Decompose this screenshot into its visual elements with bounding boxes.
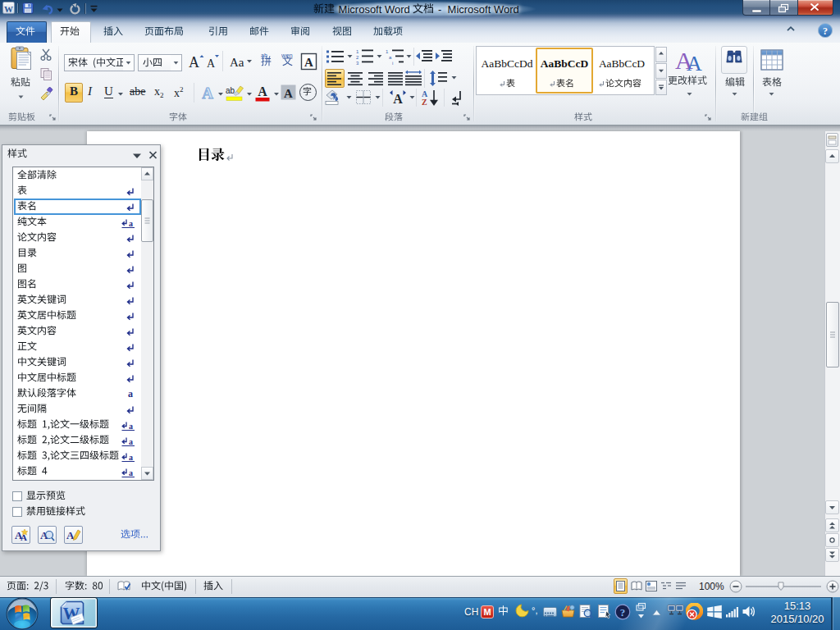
svg-text:a: a bbox=[389, 55, 392, 60]
svg-text:A: A bbox=[304, 56, 313, 69]
svg-text:1: 1 bbox=[356, 49, 359, 54]
svg-text:a: a bbox=[129, 437, 133, 446]
svg-text:a: a bbox=[129, 468, 133, 477]
svg-text:?: ? bbox=[823, 25, 828, 37]
svg-text:Aa: Aa bbox=[230, 56, 244, 69]
svg-text:i: i bbox=[392, 61, 393, 65]
svg-text:A: A bbox=[207, 57, 216, 70]
svg-text:A: A bbox=[422, 89, 428, 98]
svg-text:A: A bbox=[202, 84, 213, 102]
svg-text:?: ? bbox=[620, 606, 626, 619]
svg-text:a: a bbox=[129, 219, 133, 228]
svg-text:Z: Z bbox=[422, 98, 427, 107]
svg-text:a: a bbox=[129, 422, 133, 431]
svg-text:A: A bbox=[284, 87, 293, 100]
svg-text:ab: ab bbox=[261, 52, 267, 58]
svg-text:A: A bbox=[189, 54, 199, 71]
svg-text:a: a bbox=[129, 453, 133, 462]
svg-text:A: A bbox=[687, 52, 702, 73]
svg-text:W: W bbox=[4, 4, 13, 14]
svg-text:A: A bbox=[393, 92, 403, 106]
svg-text:1: 1 bbox=[386, 49, 389, 54]
svg-text:2: 2 bbox=[356, 55, 359, 60]
svg-text:wen: wen bbox=[281, 52, 293, 58]
svg-text:A: A bbox=[258, 84, 267, 98]
svg-text:3: 3 bbox=[356, 61, 359, 65]
